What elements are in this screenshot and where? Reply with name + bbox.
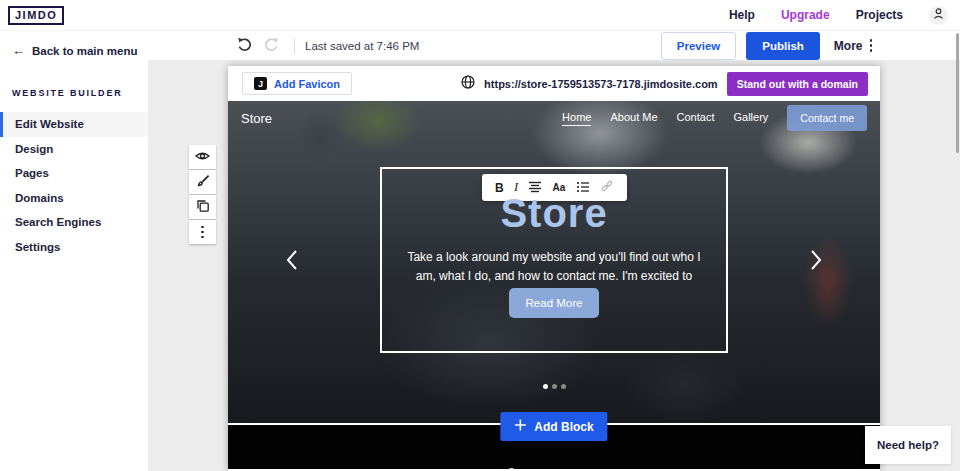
site-logo[interactable]: Store <box>241 111 272 126</box>
person-icon <box>932 6 945 24</box>
add-block-label: Add Block <box>534 420 593 434</box>
nav-about-me[interactable]: About Me <box>610 111 657 125</box>
paintbrush-icon <box>196 174 210 191</box>
kebab-menu-icon <box>201 226 204 239</box>
site-navigation: Home About Me Contact Gallery <box>562 111 768 126</box>
app-top-bar: JIMDO Help Upgrade Projects <box>0 0 960 31</box>
hero-section[interactable]: Store Home About Me Contact Gallery Cont… <box>228 101 880 425</box>
scrollbar-thumb[interactable] <box>956 33 959 153</box>
nav-gallery[interactable]: Gallery <box>733 111 768 125</box>
add-favicon-label: Add Favicon <box>274 78 340 90</box>
help-link[interactable]: Help <box>729 8 755 22</box>
chevron-right-icon <box>810 259 822 274</box>
user-avatar[interactable] <box>929 6 948 25</box>
carousel-next-button[interactable] <box>810 249 822 274</box>
read-more-button[interactable]: Read More <box>509 288 600 318</box>
kebab-menu-icon <box>870 39 873 52</box>
jimdo-logo[interactable]: JIMDO <box>8 6 64 25</box>
chevron-left-icon <box>286 259 298 274</box>
site-header: Store Home About Me Contact Gallery Cont… <box>228 101 880 135</box>
sidebar-items: Edit Website Design Pages Domains Search… <box>0 112 148 259</box>
stand-out-domain-button[interactable]: Stand out with a domain <box>727 72 868 96</box>
globe-icon <box>461 75 475 93</box>
upgrade-link[interactable]: Upgrade <box>781 8 830 22</box>
editor-toolbar: Last saved at 7:46 PM Preview Publish Mo… <box>148 31 960 60</box>
undo-button[interactable] <box>234 35 254 57</box>
projects-link[interactable]: Projects <box>856 8 903 22</box>
hero-title[interactable]: Store <box>382 191 726 236</box>
sidebar-section-title: WEBSITE BUILDER <box>0 58 148 98</box>
contact-me-button[interactable]: Contact me <box>787 105 867 131</box>
last-saved-status: Last saved at 7:46 PM <box>305 40 419 52</box>
top-navigation: Help Upgrade Projects <box>729 6 948 25</box>
site-url-group: https://store-1759513573-7178.jimdosite.… <box>461 72 868 96</box>
nav-contact[interactable]: Contact <box>677 111 715 125</box>
carousel-dot-2[interactable] <box>552 384 557 389</box>
carousel-prev-button[interactable] <box>286 249 298 274</box>
favicon-url-bar: J Add Favicon https://store-1759513573-7… <box>228 66 880 101</box>
next-section-title: About Me <box>228 463 880 469</box>
toolbar-divider <box>294 38 295 54</box>
copy-icon <box>196 199 210 216</box>
site-preview-canvas: J Add Favicon https://store-1759513573-7… <box>228 66 880 471</box>
block-more-button[interactable] <box>189 220 216 244</box>
eye-icon <box>195 150 210 165</box>
block-tools <box>189 145 216 244</box>
sidebar-item-pages[interactable]: Pages <box>0 161 148 186</box>
favicon-placeholder-icon: J <box>254 77 267 90</box>
carousel-dots <box>228 384 880 389</box>
read-more-wrap: Read More <box>382 288 726 318</box>
preview-button[interactable]: Preview <box>661 32 736 60</box>
more-button[interactable]: More <box>834 39 872 53</box>
undo-icon <box>236 37 252 55</box>
publish-button[interactable]: Publish <box>746 32 820 60</box>
add-block-button[interactable]: Add Block <box>500 412 607 441</box>
back-to-main-menu[interactable]: ← Back to main menu <box>0 31 148 58</box>
sidebar-item-design[interactable]: Design <box>0 137 148 162</box>
builder-sidebar: ← Back to main menu WEBSITE BUILDER Edit… <box>0 31 148 471</box>
need-help-button[interactable]: Need help? <box>865 426 951 464</box>
selected-text-block[interactable]: B I Aa Store Take a look around my websi… <box>380 167 728 353</box>
redo-button[interactable] <box>262 35 282 57</box>
hide-block-button[interactable] <box>189 145 216 169</box>
carousel-dot-3[interactable] <box>561 384 566 389</box>
plus-icon <box>514 419 526 434</box>
add-favicon-button[interactable]: J Add Favicon <box>242 72 352 95</box>
back-arrow-icon: ← <box>12 43 25 58</box>
carousel-dot-1[interactable] <box>543 384 548 389</box>
sidebar-item-edit-website[interactable]: Edit Website <box>0 112 148 137</box>
redo-icon <box>264 37 280 55</box>
duplicate-block-button[interactable] <box>189 195 216 219</box>
back-label: Back to main menu <box>32 45 137 57</box>
nav-home[interactable]: Home <box>562 111 591 126</box>
more-label: More <box>834 39 863 53</box>
style-block-button[interactable] <box>189 170 216 194</box>
toolbar-actions: Preview Publish More <box>661 32 872 60</box>
sidebar-item-domains[interactable]: Domains <box>0 186 148 211</box>
sidebar-item-search-engines[interactable]: Search Engines <box>0 210 148 235</box>
site-url[interactable]: https://store-1759513573-7178.jimdosite.… <box>484 78 718 90</box>
sidebar-item-settings[interactable]: Settings <box>0 235 148 260</box>
